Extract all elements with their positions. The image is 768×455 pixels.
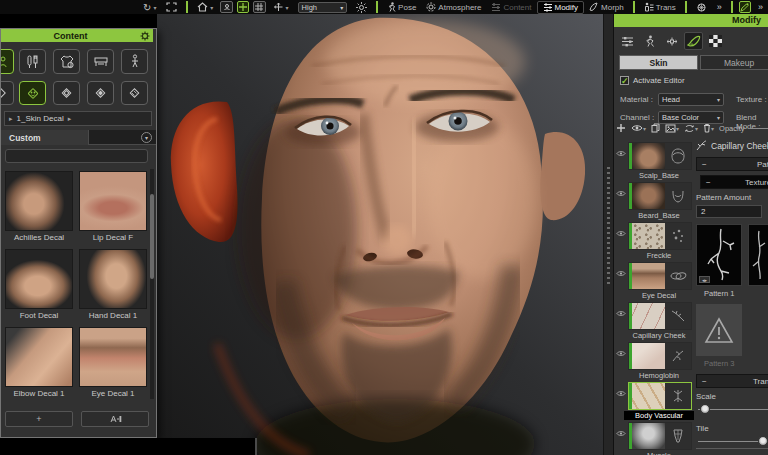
grid-view-button[interactable] [253, 1, 265, 13]
content-scrollbar[interactable] [150, 169, 154, 399]
apply-content-button[interactable] [81, 411, 149, 427]
camera-portrait-view-button[interactable] [220, 1, 232, 13]
quality-dropdown[interactable]: High ▾ [298, 2, 348, 13]
eye-decal-mask-icon[interactable] [665, 263, 691, 289]
beard-mask-icon[interactable] [665, 183, 691, 209]
freckle-mask-icon[interactable] [665, 223, 691, 249]
eye-icon[interactable] [616, 430, 626, 437]
pattern-amount-input[interactable]: 2 [696, 205, 762, 218]
gear-icon[interactable] [140, 31, 150, 41]
scale-slider-handle[interactable] [700, 404, 710, 414]
activate-editor-checkbox[interactable]: ✓ [620, 76, 629, 85]
viewport-3d[interactable] [157, 14, 603, 455]
layer-row-hemoglobin[interactable]: Hemoglobin [616, 342, 694, 382]
reset-camera-button[interactable]: ↻ ▾ [138, 1, 161, 14]
material-dropdown[interactable]: Head ▾ [658, 93, 724, 106]
lighting-button[interactable] [351, 1, 372, 14]
layer-row-capillary-cheek[interactable]: Capillary Cheek [616, 302, 694, 342]
eye-icon[interactable] [616, 350, 626, 357]
subcategory-decal-2-button[interactable] [53, 81, 80, 105]
tab-makeup[interactable]: Makeup [700, 55, 768, 70]
muscle-mask-icon[interactable] [665, 423, 691, 449]
flip-layer-button[interactable]: ▾ [684, 124, 698, 133]
layer-row-scalp-base[interactable]: Scalp_Base [616, 142, 694, 182]
edit-mode-button[interactable] [739, 1, 751, 13]
tab-skin[interactable]: Skin [619, 55, 698, 70]
tab-transform[interactable] [662, 32, 681, 50]
edit-more-button[interactable]: » [753, 1, 768, 14]
delete-layer-button[interactable]: ▾ [703, 123, 714, 133]
tile-slider-handle[interactable] [758, 436, 768, 446]
scalp-mask-icon[interactable] [665, 143, 691, 169]
tab-skin-editor[interactable] [684, 32, 703, 50]
breadcrumb-forward-icon[interactable]: ▸ [68, 115, 72, 123]
tab-pose[interactable] [640, 32, 659, 50]
import-image-button[interactable]: ▾ [665, 124, 679, 133]
content-button[interactable]: Content [486, 1, 536, 14]
pattern-section-header[interactable]: − Pattern [696, 157, 768, 171]
eye-icon[interactable] [616, 190, 626, 197]
category-scene-button[interactable] [121, 49, 148, 74]
content-scrollbar-thumb[interactable] [150, 194, 154, 279]
subcategory-decal-3-button[interactable] [87, 81, 114, 105]
content-item[interactable]: Lip Decal F [79, 171, 147, 242]
modify-button[interactable]: Modify [537, 1, 585, 14]
home-view-button[interactable]: ▾ [192, 1, 218, 14]
add-layer-button[interactable] [616, 123, 626, 133]
fullscreen-button[interactable] [161, 1, 182, 14]
atmosphere-button[interactable]: Atmosphere [421, 1, 486, 14]
layer-row-body-vascular[interactable]: Body Vascular [616, 382, 694, 422]
duplicate-layer-button[interactable] [651, 123, 660, 133]
hemoglobin-mask-icon[interactable] [665, 343, 691, 369]
transform-button[interactable]: Trans [639, 1, 681, 14]
content-item[interactable]: Foot Decal [5, 249, 73, 320]
search-input[interactable] [5, 149, 148, 163]
eye-icon[interactable] [616, 390, 626, 397]
plugins-more-button[interactable]: » [712, 1, 727, 14]
content-item[interactable]: Hand Decal 1 [79, 249, 147, 320]
eye-icon[interactable] [616, 270, 626, 277]
scale-slider[interactable] [696, 404, 768, 416]
collapse-section-icon[interactable]: ▾ [141, 132, 152, 143]
tile-slider[interactable] [696, 436, 768, 448]
capillary-mask-icon[interactable] [665, 303, 691, 329]
eye-icon[interactable] [616, 150, 626, 157]
transform-section-header[interactable]: − Transform [696, 374, 768, 388]
texture-section-header[interactable]: − Texture [700, 175, 768, 189]
pattern-1-thumbnail[interactable]: ◂▸ [696, 224, 742, 286]
content-panel-titlebar[interactable]: Content [1, 29, 153, 42]
content-item[interactable]: Elbow Decal 1 [5, 327, 73, 398]
vascular-mask-icon[interactable] [665, 383, 691, 409]
pattern-2-thumbnail[interactable] [748, 224, 768, 286]
layer-row-eye-decal[interactable]: Eye Decal [616, 262, 694, 302]
layer-visibility-button[interactable]: ▾ [631, 124, 646, 132]
content-item[interactable]: Eye Decal 1 [79, 327, 147, 398]
subcategory-prev-button[interactable] [0, 81, 14, 105]
layer-row-beard-base[interactable]: Beard_Base [616, 182, 694, 222]
add-content-button[interactable]: + [5, 411, 73, 427]
pose-button[interactable]: Pose [382, 1, 421, 14]
category-actor-button[interactable] [0, 49, 14, 74]
plugins-button[interactable] [691, 1, 712, 14]
tab-attributes[interactable] [618, 32, 637, 50]
eye-icon[interactable] [616, 310, 626, 317]
eye-icon[interactable] [616, 230, 626, 237]
pattern-3-thumbnail[interactable] [696, 304, 742, 356]
morph-button[interactable]: Morph [584, 1, 629, 14]
subcategory-skin-decal-button[interactable] [19, 81, 46, 105]
opacity-slider[interactable] [750, 128, 768, 129]
tab-custom[interactable]: Custom [1, 130, 89, 145]
category-props-button[interactable] [87, 49, 114, 74]
layer-row-freckle[interactable]: Freckle [616, 222, 694, 262]
content-item[interactable]: Achilles Decal [5, 171, 73, 242]
subcategory-decal-4-button[interactable] [121, 81, 148, 105]
breadcrumb-back-icon[interactable]: ▸ [9, 115, 13, 123]
category-clothes-button[interactable] [53, 49, 80, 74]
modify-panel-titlebar[interactable]: Modify [614, 14, 768, 27]
category-grooming-button[interactable] [19, 49, 46, 74]
focus-view-button[interactable] [237, 1, 249, 13]
gizmo-button[interactable]: ▾ [268, 1, 294, 14]
layer-row-muscle[interactable]: Muscle [616, 422, 694, 455]
tab-texture[interactable] [706, 32, 725, 50]
panel-splitter[interactable] [603, 14, 613, 455]
